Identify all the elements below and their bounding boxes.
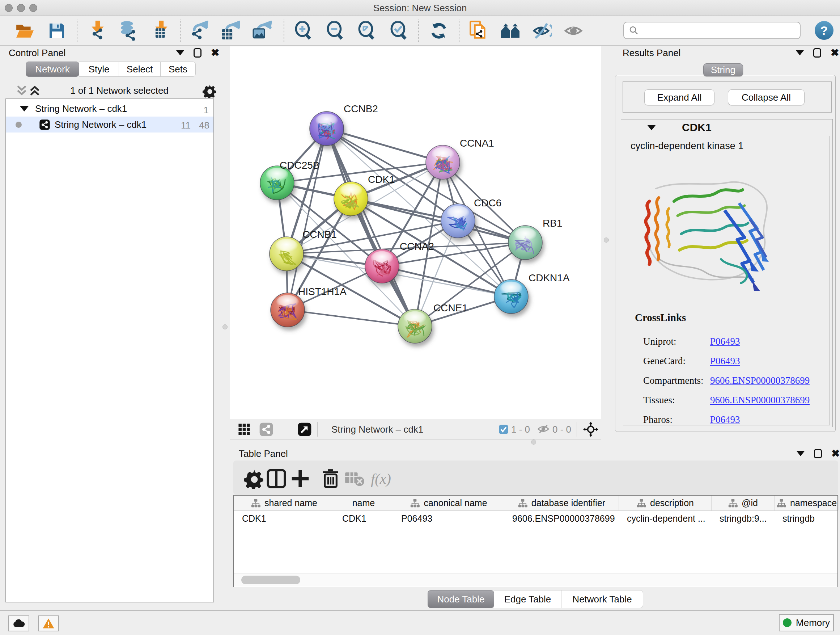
tab-sets[interactable]: Sets: [161, 62, 196, 77]
node-label-CDC6: CDC6: [474, 197, 501, 209]
cell[interactable]: CDK1: [334, 511, 393, 526]
tab-network[interactable]: Network: [26, 62, 79, 77]
first-neighbors-icon[interactable]: [500, 20, 521, 42]
network-collection-row[interactable]: String Network – cdk1 1: [6, 101, 213, 117]
table-panel-maximize-icon[interactable]: [814, 449, 822, 458]
gene-collapse-icon[interactable]: [647, 125, 656, 130]
minimize-window-button[interactable]: [17, 4, 25, 12]
collapse-all-icon[interactable]: [16, 85, 28, 96]
collapse-all-button[interactable]: Collapse All: [728, 89, 805, 105]
network-node-CCNE1[interactable]: [398, 309, 432, 343]
tab-style[interactable]: Style: [79, 62, 119, 77]
cell[interactable]: stringdb:9...: [712, 511, 775, 526]
export-network-icon[interactable]: [188, 20, 210, 42]
right-splitter-handle[interactable]: [604, 238, 609, 242]
import-table-icon[interactable]: [150, 20, 172, 42]
table-gear-icon[interactable]: [244, 469, 264, 489]
network-node-CDKN1A[interactable]: [494, 279, 528, 314]
cell[interactable]: cyclin-dependent ...: [619, 511, 712, 526]
hide-selected-icon[interactable]: [531, 20, 553, 42]
zoom-out-icon[interactable]: [324, 20, 346, 42]
crosslink-value[interactable]: P06493: [710, 356, 740, 366]
open-session-icon[interactable]: [14, 20, 35, 42]
zoom-window-button[interactable]: [29, 4, 37, 12]
show-all-icon[interactable]: [563, 20, 584, 42]
table-panel-close-icon[interactable]: ✖: [831, 449, 840, 458]
crosslink-value[interactable]: 9606.ENSP00000378699: [710, 394, 810, 405]
results-panel-close-icon[interactable]: ✖: [831, 48, 839, 57]
table-row[interactable]: CDK1CDK1P064939606.ENSP00000378699cyclin…: [234, 511, 837, 526]
network-node-CDC6[interactable]: [441, 204, 475, 238]
birdseye-view-icon[interactable]: [297, 422, 312, 437]
show-columns-icon[interactable]: [266, 469, 286, 489]
collection-expand-icon[interactable]: [20, 106, 28, 111]
network-node-CDK1[interactable]: [334, 182, 368, 216]
cloud-button[interactable]: [8, 616, 29, 631]
column-header-databaseidentifier[interactable]: database identifier: [504, 496, 619, 510]
crosslink-value[interactable]: P06493: [710, 336, 740, 347]
network-node-RB1[interactable]: [508, 226, 542, 260]
zoom-selected-icon[interactable]: [388, 20, 409, 42]
delete-column-icon[interactable]: [321, 469, 341, 489]
expand-all-button[interactable]: Expand All: [644, 89, 714, 105]
tab-node-table[interactable]: Node Table: [428, 590, 494, 608]
control-panel-maximize-icon[interactable]: [194, 48, 202, 57]
scrollbar-thumb[interactable]: [241, 576, 300, 584]
gear-icon[interactable]: [202, 84, 217, 98]
tab-network-table[interactable]: Network Table: [561, 590, 643, 608]
column-header-name[interactable]: name: [334, 496, 393, 510]
network-node-HIST1H1A[interactable]: [271, 293, 305, 327]
selected-checkbox-icon[interactable]: [499, 424, 508, 434]
cell[interactable]: CDK1: [234, 511, 334, 526]
search-input[interactable]: [639, 25, 791, 35]
close-window-button[interactable]: [5, 4, 13, 12]
fit-content-icon[interactable]: [583, 421, 599, 437]
tab-select[interactable]: Select: [119, 62, 161, 77]
column-header-namespace[interactable]: namespace: [775, 496, 839, 510]
memory-button[interactable]: Memory: [779, 614, 834, 631]
zoom-in-icon[interactable]: [292, 20, 314, 42]
control-panel-close-icon[interactable]: ✖: [211, 48, 219, 57]
column-header-sharedname[interactable]: shared name: [234, 496, 334, 510]
gene-section-header[interactable]: CDK1: [621, 119, 832, 135]
network-node-CCNA2[interactable]: [365, 249, 399, 283]
main-toolbar: ?: [0, 16, 840, 46]
warning-button[interactable]: [38, 616, 59, 631]
control-panel-float-icon[interactable]: [176, 50, 184, 55]
clone-network-icon[interactable]: [468, 20, 489, 42]
network-row[interactable]: String Network – cdk1 11 48: [6, 117, 213, 133]
import-network-file-icon[interactable]: [87, 20, 109, 42]
zoom-fit-icon[interactable]: [355, 20, 377, 42]
export-image-icon[interactable]: [251, 20, 273, 42]
table-horizontal-scrollbar[interactable]: [234, 573, 837, 586]
results-tab-string[interactable]: String: [703, 63, 743, 76]
help-icon[interactable]: ?: [815, 21, 834, 40]
network-node-CCNB1[interactable]: [270, 237, 303, 271]
column-header-id[interactable]: @id: [712, 496, 775, 510]
expand-all-icon[interactable]: [28, 85, 41, 96]
left-splitter-handle[interactable]: [223, 325, 227, 329]
search-field[interactable]: [623, 22, 801, 39]
cell[interactable]: stringdb: [775, 511, 839, 526]
cell[interactable]: P06493: [393, 511, 504, 526]
import-network-database-icon[interactable]: [118, 20, 139, 42]
results-panel-float-icon[interactable]: [796, 50, 804, 55]
network-node-CDC25B[interactable]: [260, 166, 294, 200]
results-panel-maximize-icon[interactable]: [813, 48, 821, 57]
tab-edge-table[interactable]: Edge Table: [494, 590, 561, 608]
grid-view-icon[interactable]: [238, 423, 250, 435]
save-session-icon[interactable]: [46, 20, 68, 42]
column-header-description[interactable]: description: [619, 496, 712, 510]
cell[interactable]: 9606.ENSP00000378699: [504, 511, 619, 526]
crosslink-value[interactable]: P06493: [710, 414, 740, 425]
table-panel-float-icon[interactable]: [797, 451, 805, 456]
column-header-canonicalname[interactable]: canonical name: [393, 496, 504, 510]
refresh-layout-icon[interactable]: [428, 20, 450, 42]
export-table-icon[interactable]: [219, 20, 241, 42]
network-node-CCNA1[interactable]: [426, 145, 460, 179]
add-column-icon[interactable]: [290, 469, 310, 489]
crosslink-value[interactable]: 9606.ENSP00000378699: [710, 375, 810, 386]
network-node-CCNB2[interactable]: [309, 111, 344, 146]
bottom-splitter-handle[interactable]: [531, 440, 536, 445]
string-view-icon[interactable]: [259, 422, 273, 437]
